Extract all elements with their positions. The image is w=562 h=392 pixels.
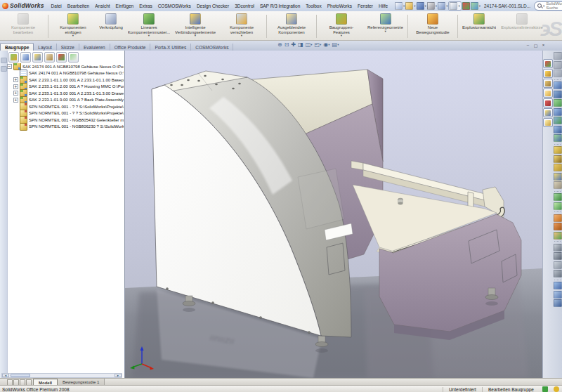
tab-porta-x-utilities[interactable]: Porta-X Utilities (150, 44, 191, 51)
dimxpert-icon[interactable] (44, 52, 55, 63)
toolbox-tab-icon[interactable] (543, 59, 553, 68)
tool-icon[interactable] (554, 232, 562, 240)
select-cursor-icon[interactable]: ▾ (448, 1, 461, 11)
menu-ansicht[interactable]: Ansicht (92, 2, 112, 10)
tab-baugruppe[interactable]: Baugruppe (0, 43, 34, 51)
chevron-down-icon[interactable]: ▾ (241, 34, 242, 37)
chevron-down-icon[interactable]: ▾ (337, 43, 339, 46)
pin-icon[interactable] (554, 61, 562, 69)
appearances-icon[interactable]: ◉▾ (323, 41, 329, 48)
chevron-down-icon[interactable]: ▾ (311, 43, 312, 46)
cmd-ausgeblendete-komponenten-anzeigen[interactable]: Ausgeblendete Komponenten anzeigen (268, 13, 315, 36)
expand-icon[interactable]: + (13, 84, 18, 89)
chevron-down-icon[interactable]: ▾ (436, 4, 437, 8)
view-orientation-icon[interactable]: ◫▾ (306, 41, 313, 48)
chevron-down-icon[interactable]: ▾ (446, 4, 447, 8)
propertymanager-icon[interactable] (20, 52, 31, 63)
chevron-down-icon[interactable]: ▾ (458, 4, 459, 8)
chevron-down-icon[interactable]: ▾ (414, 4, 415, 8)
tool-icon[interactable] (554, 134, 562, 142)
tab-office-produkte[interactable]: Office Produkte (110, 44, 151, 51)
expand-icon[interactable]: + (13, 77, 18, 82)
scene-icon[interactable]: ▤▾ (332, 41, 339, 48)
tool-icon[interactable] (554, 146, 562, 154)
tool-icon[interactable] (554, 299, 562, 307)
toolbox-icon[interactable] (56, 52, 67, 63)
doc-close-button[interactable]: × (540, 42, 547, 48)
print-icon[interactable]: ▾ (427, 2, 437, 10)
tab-evaluieren[interactable]: Evaluieren (79, 44, 110, 51)
cmd-explosionsansicht[interactable]: Explosionsansicht (459, 13, 499, 31)
doc-minimize-button[interactable]: – (525, 42, 531, 48)
tool-icon[interactable] (554, 214, 562, 222)
chevron-down-icon[interactable]: ▾ (341, 34, 342, 37)
chevron-down-icon[interactable]: ▾ (72, 34, 74, 37)
custom-properties-tab-icon[interactable] (543, 118, 553, 127)
panel-horizontal-scrollbar[interactable]: ◄ ► (1, 373, 122, 378)
tool-icon[interactable] (554, 252, 562, 260)
cmd-komponente-verschieben[interactable]: Komponente verschieben▾ (218, 13, 265, 38)
open-folder-icon[interactable]: ▾ (405, 2, 415, 10)
cmd-referenzgeometrie[interactable]: Referenzgeometrie▾ (365, 13, 406, 34)
chevron-down-icon[interactable]: ▾ (195, 34, 196, 37)
grid-icon[interactable] (554, 70, 562, 77)
tool-icon[interactable] (554, 99, 562, 107)
tab-layout[interactable]: Layout (34, 44, 57, 51)
tool-icon[interactable] (554, 173, 562, 181)
scroll-right-arrow[interactable]: ► (115, 374, 122, 377)
quick-tips-icon[interactable] (554, 386, 559, 392)
tool-icon[interactable] (554, 91, 562, 98)
tool-icon[interactable] (554, 164, 562, 171)
tool-icon[interactable] (554, 117, 562, 124)
menu-extras[interactable]: Extras (136, 2, 155, 10)
tool-icon[interactable] (554, 270, 562, 277)
graphics-viewport[interactable]: ıınıızıı (125, 51, 542, 378)
expand-icon[interactable]: + (13, 98, 18, 103)
cmd-lineares-komponentenmuster-[interactable]: Lineares Komponentenmuster...▾ (126, 13, 172, 38)
scroll-left-arrow[interactable]: ◄ (2, 374, 9, 377)
design-library-tab-icon[interactable] (543, 69, 553, 78)
save-icon[interactable]: ▾ (417, 2, 426, 10)
tool-icon[interactable] (554, 181, 562, 189)
tool-icon[interactable] (554, 291, 562, 299)
view-palette-tab-icon[interactable] (543, 98, 553, 107)
tree-item[interactable]: SPN NORMTEIL 001 - NGB806230 ? S:\SolidW… (7, 124, 124, 131)
options-grid-icon[interactable]: ▾ (471, 2, 481, 10)
chevron-down-icon[interactable]: ▾ (328, 43, 329, 46)
tool-icon[interactable] (554, 155, 562, 163)
menu-bearbeiten[interactable]: Bearbeiten (65, 2, 92, 10)
scroll-thumb[interactable] (11, 374, 30, 377)
tool-icon[interactable] (554, 244, 562, 251)
chevron-down-icon[interactable]: ▾ (384, 30, 386, 33)
doc-restore-button[interactable]: ▢ (532, 42, 539, 48)
filter-handle-icon[interactable] (1, 66, 7, 72)
appearances-tab-icon[interactable] (543, 108, 553, 117)
cmd-komponenten-einfügen[interactable]: Komponenten einfügen▾ (50, 13, 96, 38)
cmd-baugruppen-features[interactable]: Baugruppen-Features▾ (318, 13, 365, 38)
undo-icon[interactable]: ▾ (438, 2, 447, 10)
expand-icon[interactable]: + (13, 91, 18, 96)
tool-icon[interactable] (554, 108, 562, 116)
tool-icon[interactable] (554, 261, 562, 269)
chevron-down-icon[interactable]: ▾ (543, 4, 544, 8)
menu-sap-r-3-integration[interactable]: SAP R/3 Integration (257, 2, 303, 10)
chevron-down-icon[interactable]: ▾ (425, 4, 426, 8)
menu-hilfe[interactable]: Hilfe (376, 2, 391, 10)
home-icon[interactable] (554, 52, 562, 60)
tab-skizze[interactable]: Skizze (57, 44, 79, 51)
featuremanager-tree-icon[interactable] (8, 52, 19, 63)
zoom-selection-icon[interactable]: ✚ (291, 41, 296, 48)
zoom-fit-icon[interactable]: ⊕ (277, 41, 282, 48)
rollback-handle-icon[interactable] (1, 58, 7, 63)
chevron-down-icon[interactable]: ▾ (403, 4, 405, 8)
file-explorer-tab-icon[interactable] (543, 79, 553, 88)
rebuild-status-icon[interactable] (542, 386, 548, 392)
new-document-icon[interactable]: ▾ (395, 2, 405, 10)
tool-icon[interactable] (554, 282, 562, 289)
search-tab-icon[interactable] (543, 89, 553, 98)
menu-3dcontrol[interactable]: 3Dcontrol (232, 2, 257, 10)
tool-icon[interactable] (554, 202, 562, 210)
chevron-down-icon[interactable]: ▾ (148, 34, 150, 37)
menu-toolbox[interactable]: Toolbox (303, 2, 324, 10)
configurationmanager-icon[interactable] (32, 52, 43, 63)
